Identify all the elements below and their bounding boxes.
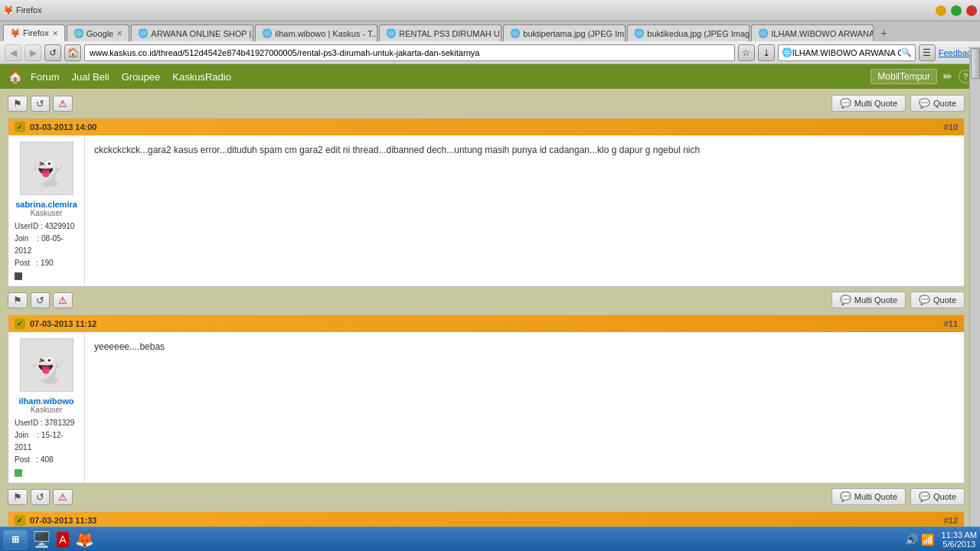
start-icon: ⊞ — [11, 534, 19, 545]
quote-btn-11-footer[interactable]: 💬 Quote — [910, 488, 965, 505]
multi-quote-btn-10-footer[interactable]: 💬 Multi Quote — [831, 292, 906, 308]
refresh-btn-11[interactable]: ↺ — [31, 489, 50, 505]
tab-label-ilham: ilham.wibowo | Kaskus - T... — [275, 29, 377, 38]
report-btn[interactable]: ⚑ — [8, 96, 28, 112]
tab-google[interactable]: 🌐 Google ✕ — [67, 24, 130, 41]
taskbar-right: 🔊 📶 11:33 AM 5/6/2013 — [905, 530, 977, 549]
tab-label-ilham2: ILHAM.WIBOWO ARWANA... — [771, 29, 874, 38]
multi-quote-label-10f: Multi Quote — [854, 295, 897, 305]
refresh-btn-10[interactable]: ↺ — [31, 292, 50, 308]
quote-btn-top[interactable]: 💬 Quote — [910, 95, 965, 112]
nav-kaskusradio[interactable]: KaskusRadio — [172, 71, 231, 83]
quote-icon: 💬 — [919, 98, 930, 109]
search-bar-wrap[interactable]: 🌐 🔍 — [778, 44, 916, 61]
forward-btn[interactable]: ▶ — [24, 44, 41, 61]
nav-forum[interactable]: Forum — [31, 71, 60, 83]
post-10-user: 👻 sabrina.clemira Kaskuser UserID : 4329… — [8, 135, 85, 286]
multi-quote-btn-top[interactable]: 💬 Multi Quote — [831, 95, 906, 112]
menu-btn1[interactable]: ☰ — [919, 44, 936, 61]
quote-btn-10-footer[interactable]: 💬 Quote — [910, 292, 965, 308]
page-content: ⚑ ↺ ⚠ 💬 Multi Quote 💬 Quote ✓ 03-03-2013… — [0, 89, 980, 527]
post-label: Post — [15, 259, 30, 267]
search-engine-icon: 🌐 — [782, 47, 792, 57]
tab-bukti2[interactable]: 🌐 buktikedua.jpg (JPEG Imag... ✕ — [627, 24, 750, 41]
kaskus-nav: 🏠 Forum Jual Beli Groupee KaskusRadio Mo… — [0, 64, 980, 89]
tab-icon-bukti1: 🌐 — [510, 28, 521, 38]
tab-ilham[interactable]: 🌐 ilham.wibowo | Kaskus - T... ✕ — [255, 24, 377, 41]
warning-btn[interactable]: ⚠ — [53, 96, 73, 112]
multi-quote-btn-11-footer[interactable]: 💬 Multi Quote — [831, 488, 906, 505]
multi-quote-label-11f: Multi Quote — [854, 492, 897, 501]
tab-close-google[interactable]: ✕ — [116, 29, 122, 37]
tab-label-bukti2: buktikedua.jpg (JPEG Imag... — [647, 29, 750, 38]
bookmark-manage-btn[interactable]: ⤓ — [758, 44, 775, 61]
post-11-avatar: 👻 — [20, 338, 74, 392]
tab-bar: 🦊 Firefox ✕ 🌐 Google ✕ 🌐 ARWANA ONLINE S… — [0, 21, 980, 41]
quote-label-11f: Quote — [933, 492, 956, 501]
maximize-btn[interactable] — [951, 5, 962, 16]
tab-close-icon[interactable]: ✕ — [52, 29, 58, 37]
refresh-btn[interactable]: ↺ — [31, 96, 50, 112]
browser-name: 🦊 Firefox — [3, 5, 42, 15]
taskbar-tray: 🔊 📶 — [905, 533, 934, 546]
mobiltempur-btn[interactable]: MobilTempur — [871, 69, 937, 84]
address-bar[interactable] — [90, 48, 730, 57]
nav-jual-beli[interactable]: Jual Beli — [72, 71, 109, 83]
post-12-header: ✓ 07-03-2013 11:33 #12 — [8, 512, 964, 527]
search-input[interactable] — [792, 48, 901, 57]
post-10-text: ckckckckck...gara2 kasus error...dituduh… — [94, 143, 955, 157]
home-nav-btn[interactable]: 🏠 — [64, 44, 81, 61]
tab-icon: 🦊 — [10, 28, 21, 38]
report-btn-10[interactable]: ⚑ — [8, 292, 28, 308]
minimize-btn[interactable] — [936, 5, 946, 16]
post-11-num: #11 — [944, 319, 958, 328]
tab-arwana[interactable]: 🌐 ARWANA ONLINE SHOP |... ✕ — [131, 24, 253, 41]
warning-btn-10[interactable]: ⚠ — [53, 292, 73, 308]
pencil-icon[interactable]: ✏ — [943, 70, 952, 83]
tab-label-google: Google — [87, 29, 113, 38]
tab-ilham2[interactable]: 🌐 ILHAM.WIBOWO ARWANA... ✕ — [751, 24, 874, 41]
post-10-userinfo: UserID : 4329910 Join : 08-05-2012 Post … — [15, 220, 78, 269]
scrollbar[interactable] — [969, 47, 980, 527]
reload-btn[interactable]: ↺ — [44, 44, 61, 61]
taskbar-app-icon: A — [57, 532, 68, 547]
close-btn[interactable] — [966, 5, 977, 16]
taskbar-icon-1[interactable]: 🖥️ — [31, 529, 52, 550]
address-bar-wrap[interactable] — [84, 44, 735, 61]
multi-quote-icon-10f: 💬 — [840, 295, 851, 305]
taskbar-icon-3[interactable]: 🦊 — [74, 529, 95, 550]
tab-rental[interactable]: 🌐 RENTAL PS3 DIRUMAH U... ✕ — [379, 24, 501, 41]
thread-controls-11-footer: ⚑ ↺ ⚠ 💬 Multi Quote 💬 Quote — [8, 485, 965, 508]
userid-label: UserID — [15, 222, 38, 230]
tab-bukti1[interactable]: 🌐 buktipertama.jpg (JPEG Im... ✕ — [503, 24, 626, 41]
taskbar-icon-2[interactable]: A — [52, 529, 74, 550]
taskbar-clock: 11:33 AM 5/6/2013 — [942, 530, 977, 549]
tab-label: Firefox — [23, 28, 49, 37]
tab-icon-arwana: 🌐 — [138, 28, 149, 38]
report-btn-11[interactable]: ⚑ — [8, 489, 28, 505]
bookmark-btn[interactable]: ☆ — [738, 44, 755, 61]
new-tab-btn[interactable]: + — [875, 24, 892, 41]
post-10-body: 👻 sabrina.clemira Kaskuser UserID : 4329… — [8, 135, 964, 286]
post-12: ✓ 07-03-2013 11:33 #12 👻 sundul — [8, 511, 965, 527]
search-icon[interactable]: 🔍 — [901, 47, 912, 57]
post-10-header: ✓ 03-03-2013 14:00 #10 — [8, 119, 964, 135]
post-sep: : — [36, 259, 38, 267]
post-11-username[interactable]: ilham.wibowo — [15, 396, 78, 406]
post-11-header-check-icon: ✓ — [15, 318, 25, 329]
kaskus-home-icon[interactable]: 🏠 — [8, 70, 23, 84]
back-btn[interactable]: ◀ — [5, 44, 21, 61]
tab-firefox[interactable]: 🦊 Firefox ✕ — [3, 24, 65, 41]
warning-btn-11[interactable]: ⚠ — [53, 489, 73, 505]
nav-bar: ◀ ▶ ↺ 🏠 ☆ ⤓ 🌐 🔍 ☰ Feedback — [0, 41, 980, 64]
start-button[interactable]: ⊞ — [3, 530, 28, 549]
multi-quote-label: Multi Quote — [854, 99, 897, 108]
thread-controls-10-footer: ⚑ ↺ ⚠ 💬 Multi Quote 💬 Quote — [8, 289, 965, 311]
quote-label-10f: Quote — [933, 295, 956, 305]
post-10-role: Kaskuser — [15, 209, 78, 217]
post-10-username[interactable]: sabrina.clemira — [15, 200, 78, 209]
tab-label-arwana: ARWANA ONLINE SHOP |... — [151, 29, 253, 38]
nav-groupee[interactable]: Groupee — [122, 71, 161, 83]
scrollbar-thumb[interactable] — [971, 48, 980, 79]
userid-sep: : — [41, 222, 43, 230]
